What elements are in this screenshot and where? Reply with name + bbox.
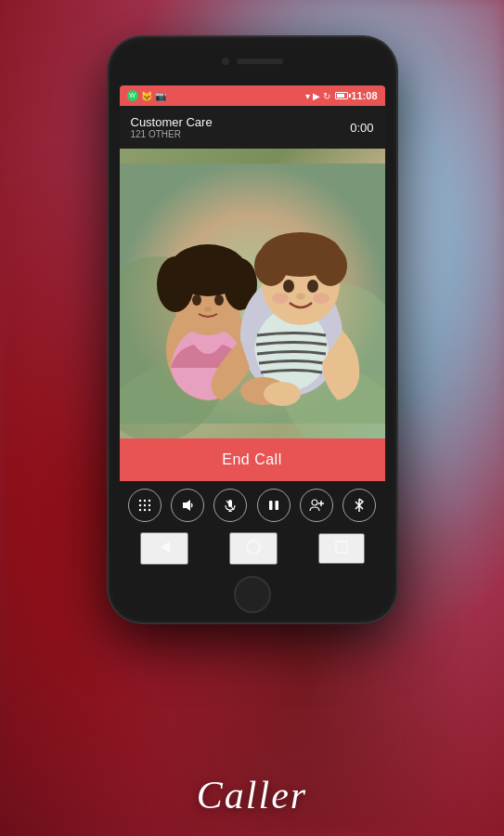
nav-bar xyxy=(120,529,385,567)
children-svg xyxy=(120,149,385,438)
status-icons-left: W 🐱 📷 xyxy=(127,90,166,101)
svg-point-26 xyxy=(148,500,149,502)
svg-point-17 xyxy=(283,280,294,293)
cat-icon: 🐱 xyxy=(141,91,152,101)
svg-point-15 xyxy=(254,245,288,286)
wifi-icon: ▾ xyxy=(305,91,310,101)
battery-icon xyxy=(335,92,348,99)
battery-fill xyxy=(337,94,343,98)
home-button[interactable] xyxy=(229,532,278,565)
call-info-bar: Customer Care 121 OTHER 0:00 xyxy=(120,106,385,149)
svg-point-19 xyxy=(272,293,289,304)
svg-rect-39 xyxy=(275,501,278,510)
phone-top-area xyxy=(109,37,396,85)
physical-home-button[interactable] xyxy=(234,576,271,613)
sync-icon: ↻ xyxy=(323,91,330,101)
svg-point-32 xyxy=(148,509,149,511)
svg-point-11 xyxy=(204,307,212,312)
svg-point-23 xyxy=(264,382,301,406)
signal-icon: ▶ xyxy=(313,91,320,101)
svg-point-30 xyxy=(138,509,140,511)
contact-image xyxy=(120,149,385,438)
action-buttons-row xyxy=(120,481,385,529)
whatsapp-icon: W xyxy=(127,90,138,101)
svg-point-21 xyxy=(296,294,305,300)
svg-point-18 xyxy=(307,280,318,293)
caller-info: Customer Care 121 OTHER xyxy=(131,115,213,139)
phone-body: W 🐱 📷 ▾ ▶ ↻ 11:08 Customer Care xyxy=(109,37,396,622)
mute-button[interactable] xyxy=(213,489,247,522)
hold-button[interactable] xyxy=(257,489,291,522)
svg-point-16 xyxy=(314,245,347,286)
add-call-button[interactable] xyxy=(300,489,333,522)
recents-button[interactable] xyxy=(318,533,365,564)
svg-rect-38 xyxy=(269,501,273,510)
status-icons-right: ▾ ▶ ↻ 11:08 xyxy=(305,90,377,101)
svg-point-28 xyxy=(143,504,145,506)
svg-point-10 xyxy=(214,294,224,306)
svg-marker-33 xyxy=(183,500,190,511)
svg-point-40 xyxy=(312,500,317,505)
svg-rect-45 xyxy=(336,542,347,553)
phone-screen: W 🐱 📷 ▾ ▶ ↻ 11:08 Customer Care xyxy=(120,85,385,567)
bluetooth-button[interactable] xyxy=(342,489,376,522)
phone-bottom-area xyxy=(109,567,396,622)
back-button[interactable] xyxy=(140,532,188,565)
svg-marker-43 xyxy=(161,542,170,553)
svg-point-27 xyxy=(138,504,140,506)
camera-dot xyxy=(222,58,229,65)
svg-point-7 xyxy=(157,256,194,312)
phone-container: W 🐱 📷 ▾ ▶ ↻ 11:08 Customer Care xyxy=(109,37,396,622)
speaker-grill xyxy=(237,59,283,64)
svg-point-9 xyxy=(192,294,201,306)
end-call-button[interactable]: End Call xyxy=(120,438,385,481)
svg-point-25 xyxy=(143,500,145,502)
caller-number: 121 OTHER xyxy=(131,129,213,139)
caller-name: Customer Care xyxy=(131,115,213,129)
svg-point-20 xyxy=(313,293,330,304)
svg-point-29 xyxy=(148,504,149,506)
svg-point-24 xyxy=(138,500,140,502)
call-timer: 0:00 xyxy=(350,121,373,135)
speaker-button[interactable] xyxy=(171,489,204,522)
svg-point-31 xyxy=(143,509,145,511)
app-title: Caller xyxy=(0,773,504,817)
dialpad-button[interactable] xyxy=(128,489,162,522)
status-time: 11:08 xyxy=(351,90,377,101)
status-bar: W 🐱 📷 ▾ ▶ ↻ 11:08 xyxy=(120,85,385,106)
camera-icon: 📷 xyxy=(155,91,166,101)
svg-point-44 xyxy=(247,541,260,554)
